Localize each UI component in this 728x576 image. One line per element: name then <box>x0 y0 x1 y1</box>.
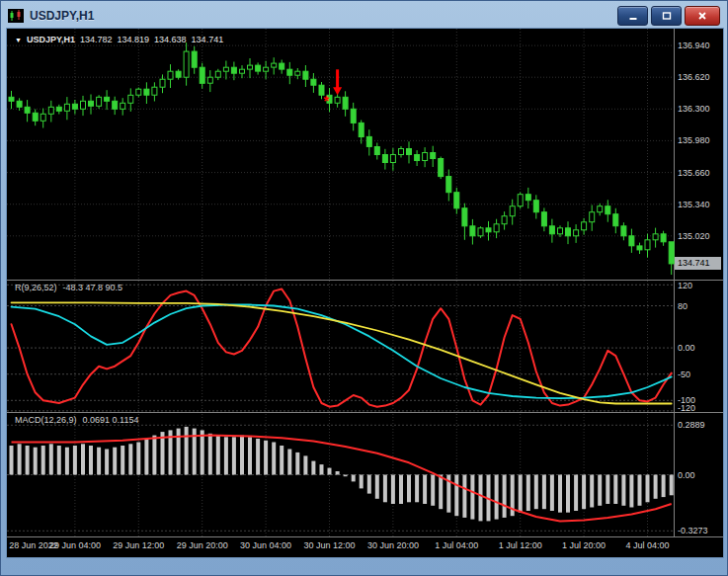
ohlc-symbol: USDJPY,H1 <box>27 35 75 44</box>
scale-label: 0.00 <box>678 470 695 480</box>
ohlc-low: 134.638 <box>154 35 187 44</box>
ohlc-readout: ▼ USDJPY,H1 134.782 134.819 134.638 134.… <box>15 35 223 44</box>
oscillator-title: R(9,26,52) <box>15 283 57 292</box>
scale-label: -50 <box>678 370 690 379</box>
time-label: 30 Jun 20:00 <box>367 540 419 550</box>
macd-values: 0.0691 0.1154 <box>83 415 139 425</box>
scale-grid: 120800.00-50-100-120 <box>7 281 695 413</box>
ohlc-close: 134.741 <box>192 35 224 44</box>
chart-area[interactable]: 136.940136.620136.300135.980135.660135.3… <box>7 29 723 557</box>
scale-label: 80 <box>678 301 688 311</box>
scale-label: 0.2889 <box>678 420 705 430</box>
titlebar[interactable]: USDJPY,H1 <box>3 3 725 28</box>
time-label: 1 Jul 12:00 <box>499 540 542 550</box>
scale-label: 0.00 <box>678 343 695 353</box>
time-label: 1 Jul 04:00 <box>435 540 478 550</box>
asterisk-marker-icon: * <box>324 92 330 109</box>
maximize-icon <box>662 11 672 21</box>
scale-label: 120 <box>678 281 692 290</box>
close-button[interactable] <box>685 6 720 26</box>
window-title: USDJPY,H1 <box>30 9 94 23</box>
sell-arrow-head-icon <box>333 87 342 95</box>
scale-label: 136.940 <box>678 41 710 50</box>
oscillator-line-slow <box>12 302 672 403</box>
macd-signal-line <box>12 436 672 522</box>
scale-grid: 136.940136.620136.300135.980135.660135.3… <box>7 41 710 241</box>
time-label: 1 Jul 20:00 <box>562 540 606 550</box>
oscillator-line-smooth <box>12 305 672 399</box>
scale-label: 135.660 <box>678 168 710 178</box>
time-label: 30 Jun 12:00 <box>303 540 355 550</box>
time-axis[interactable]: 28 Jun 202229 Jun 04:0029 Jun 12:0029 Ju… <box>9 540 669 550</box>
scale-label: 135.020 <box>678 231 710 241</box>
time-label: 29 Jun 04:00 <box>49 540 101 550</box>
time-label: 30 Jun 04:00 <box>240 540 291 550</box>
scale-label: -0.3273 <box>678 526 708 535</box>
maximize-button[interactable] <box>651 6 682 26</box>
scale-label: -120 <box>678 403 695 413</box>
scale-label: 135.340 <box>678 200 710 209</box>
current-price-tag: 134.741 <box>675 257 721 270</box>
scale-label: 136.300 <box>678 104 710 114</box>
application-window: USDJPY,H1 136.940136.620136.300135.9801 <box>0 0 728 576</box>
macd-label: MACD(12,26,9) 0.0691 0.1154 <box>15 415 138 425</box>
time-label: 4 Jul 04:00 <box>625 540 669 550</box>
ohlc-high: 134.819 <box>118 35 150 44</box>
time-label: 29 Jun 12:00 <box>113 540 164 550</box>
window-controls <box>617 6 720 26</box>
oscillator-label: R(9,26,52) -48.3 47.8 90.5 <box>15 283 122 292</box>
minimize-icon <box>628 11 638 21</box>
ohlc-open: 134.782 <box>80 35 113 44</box>
app-icon[interactable] <box>8 9 24 23</box>
chart-icon <box>8 9 24 23</box>
scale-label: 135.980 <box>678 135 710 145</box>
symbol-marker-icon: ▼ <box>15 37 22 43</box>
macd-title: MACD(12,26,9) <box>15 415 77 425</box>
minimize-button[interactable] <box>617 6 648 26</box>
chart-canvas[interactable]: 136.940136.620136.300135.980135.660135.3… <box>7 29 723 557</box>
scale-label: 136.620 <box>678 72 710 82</box>
close-icon <box>697 11 707 21</box>
oscillator-values: -48.3 47.8 90.5 <box>63 283 123 292</box>
time-label: 29 Jun 20:00 <box>177 540 228 550</box>
